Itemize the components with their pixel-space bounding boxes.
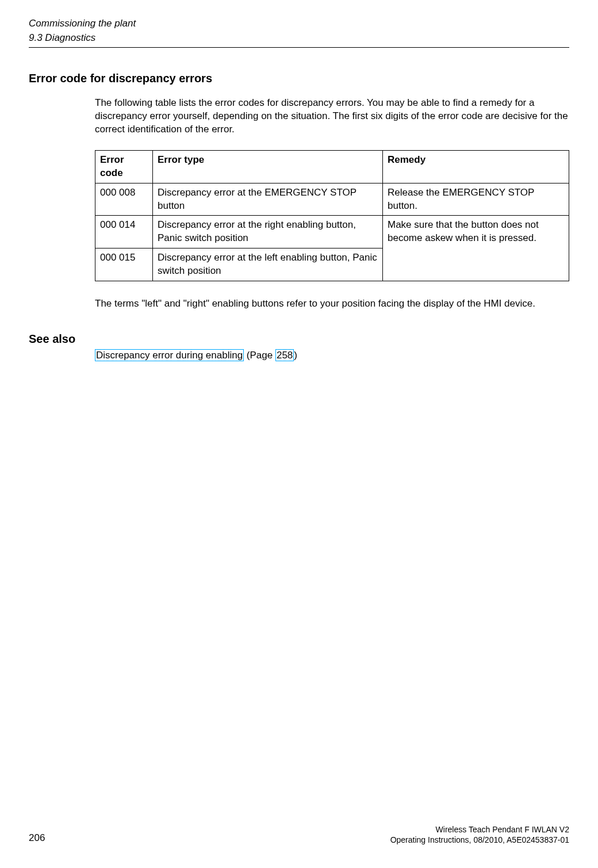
cell-remedy: Make sure that the button does not becom… [383, 216, 569, 281]
cell-error-code: 000 008 [95, 183, 153, 216]
table-header-row: Error code Error type Remedy [95, 150, 569, 183]
see-also-heading: See also [29, 331, 569, 347]
cell-error-type: Discrepancy error at the EMERGENCY STOP … [153, 183, 383, 216]
th-remedy: Remedy [383, 150, 569, 183]
intro-paragraph: The following table lists the error code… [95, 97, 569, 136]
cell-remedy: Release the EMERGENCY STOP button. [383, 183, 569, 216]
see-also-line: Discrepancy error during enabling (Page … [95, 349, 569, 362]
cell-error-code: 000 015 [95, 248, 153, 281]
note-paragraph: The terms "left" and "right" enabling bu… [95, 297, 569, 311]
th-error-code: Error code [95, 150, 153, 183]
error-code-heading: Error code for discrepancy errors [29, 71, 569, 86]
footer-doc-info: Operating Instructions, 08/2010, A5E0245… [29, 835, 569, 845]
footer-page-number: 206 [29, 832, 45, 845]
page-footer: Wireless Teach Pendant F IWLAN V2 Operat… [29, 824, 569, 845]
header-chapter: Commissioning the plant [29, 17, 569, 30]
header-rule [29, 47, 569, 48]
discrepancy-error-link[interactable]: Discrepancy error during enabling [95, 349, 244, 361]
page-number-link[interactable]: 258 [275, 349, 294, 361]
th-error-type: Error type [153, 150, 383, 183]
cell-error-code: 000 014 [95, 216, 153, 248]
table-row: 000 014 Discrepancy error at the right e… [95, 216, 569, 248]
header-section: 9.3 Diagnostics [29, 32, 569, 45]
page-prefix: (Page [244, 350, 275, 361]
cell-error-type: Discrepancy error at the left enabling b… [153, 248, 383, 281]
cell-error-type: Discrepancy error at the right enabling … [153, 216, 383, 248]
table-row: 000 008 Discrepancy error at the EMERGEN… [95, 183, 569, 216]
footer-doc-title: Wireless Teach Pendant F IWLAN V2 [29, 824, 569, 835]
error-code-table: Error code Error type Remedy 000 008 Dis… [95, 150, 569, 282]
page-suffix: ) [294, 350, 297, 361]
